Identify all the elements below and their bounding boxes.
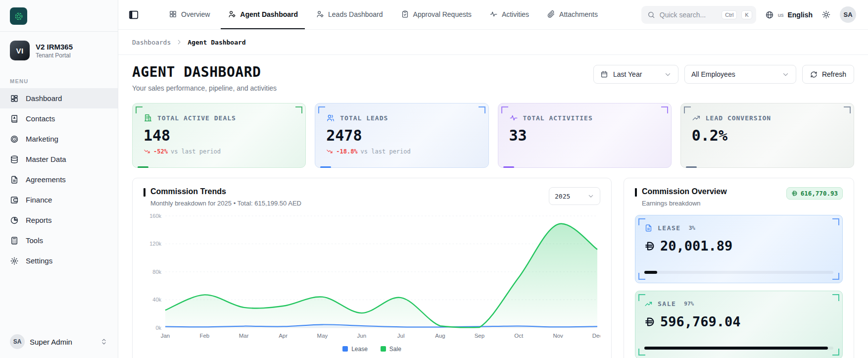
sidebar-item-dashboard[interactable]: Dashboard xyxy=(0,88,118,108)
overview-card-sale: SALE97%596,769.04 xyxy=(635,291,843,358)
period-select-value: Last Year xyxy=(613,70,642,78)
employees-select[interactable]: All Employees xyxy=(684,65,796,84)
kpi-head: LEAD CONVERSION xyxy=(692,113,843,122)
commission-total-badge: 616,770.93 xyxy=(786,187,843,200)
app-logo[interactable] xyxy=(10,7,27,25)
language-selector[interactable]: us English xyxy=(765,10,813,19)
period-select[interactable]: Last Year xyxy=(593,65,678,84)
tab-approval-requests[interactable]: Approval Requests xyxy=(394,0,479,29)
sidebar-item-label: Master Data xyxy=(26,155,66,163)
svg-text:Mar: Mar xyxy=(239,333,249,339)
corner-bracket xyxy=(638,294,645,301)
corner-bracket xyxy=(479,106,485,113)
logo-block xyxy=(0,0,118,31)
svg-text:160k: 160k xyxy=(149,213,161,219)
svg-text:Oct: Oct xyxy=(514,333,524,339)
topbar-right: Ctrl K us English SA xyxy=(641,6,856,24)
trending-up-icon xyxy=(644,300,653,308)
kpi-trend: -18.8%vs last period xyxy=(326,148,477,155)
header-avatar[interactable]: SA xyxy=(840,6,856,23)
tab-activities[interactable]: Activities xyxy=(482,0,536,29)
svg-text:Nov: Nov xyxy=(553,333,563,339)
app-root: VI V2 IRM365 Tenant Portal MENU Dashboar… xyxy=(0,0,868,358)
user-switcher[interactable]: SA Super Admin xyxy=(0,325,118,358)
refresh-icon xyxy=(810,71,818,78)
kpi-card-total-activities: TOTAL ACTIVITIES33 xyxy=(498,103,672,168)
commission-trends-chart: 0k40k80k120k160kJanFebMarAprMayJunJulAug… xyxy=(144,212,600,344)
theme-toggle-sun-icon[interactable] xyxy=(821,10,831,19)
progress-fill xyxy=(644,347,828,350)
svg-text:Dec: Dec xyxy=(592,333,600,339)
sidebar-item-label: Settings xyxy=(26,256,52,265)
kpi-card-total-leads: TOTAL LEADS2478-18.8%vs last period xyxy=(315,103,488,168)
tab-attachments[interactable]: Attachments xyxy=(540,0,605,29)
sidebar-item-settings[interactable]: Settings xyxy=(0,251,118,271)
sidebar-toggle-icon[interactable] xyxy=(128,9,139,20)
dashboard-tabs: OverviewAgent DashboardLeads DashboardAp… xyxy=(162,0,605,29)
contact-book-icon xyxy=(10,114,19,123)
refresh-button[interactable]: Refresh xyxy=(802,65,854,84)
legend-label: Lease xyxy=(351,346,368,353)
svg-text:Apr: Apr xyxy=(279,333,288,339)
tenant-subtitle: Tenant Portal xyxy=(36,52,73,59)
kpi-trend-percent: -52% xyxy=(153,148,168,155)
sidebar-item-label: Agreements xyxy=(26,175,66,184)
corner-bracket xyxy=(318,106,325,113)
kpi-row: TOTAL ACTIVE DEALS148-52%vs last periodT… xyxy=(132,103,854,168)
kpi-label: TOTAL ACTIVITIES xyxy=(523,114,593,122)
globe-icon xyxy=(765,10,774,19)
overview-card-percent: 3% xyxy=(689,225,695,231)
sidebar-item-agreements[interactable]: Agreements xyxy=(0,169,118,190)
kpi-head: TOTAL ACTIVE DEALS xyxy=(144,113,294,122)
year-select[interactable]: 2025 xyxy=(549,187,600,205)
corner-bracket xyxy=(832,273,839,280)
tab-label: Activities xyxy=(502,10,529,18)
overview-card-value: 596,769.04 xyxy=(644,314,833,329)
corner-bracket xyxy=(661,106,668,113)
sidebar-item-finance[interactable]: Finance xyxy=(0,190,118,210)
tab-leads-dashboard[interactable]: Leads Dashboard xyxy=(309,0,390,29)
legend-item-sale[interactable]: Sale xyxy=(381,346,401,353)
svg-text:120k: 120k xyxy=(149,241,161,247)
svg-text:Aug: Aug xyxy=(435,333,445,339)
kpi-label: LEAD CONVERSION xyxy=(706,114,771,122)
user-name: Super Admin xyxy=(30,338,72,346)
svg-text:0k: 0k xyxy=(155,325,161,331)
kpi-value: 33 xyxy=(509,127,660,144)
legend-label: Sale xyxy=(389,346,401,353)
breadcrumb: Dashboards Agent Dashboard xyxy=(118,30,868,55)
kbd-ctrl: Ctrl xyxy=(722,10,737,19)
trend-chart-svg: 0k40k80k120k160kJanFebMarAprMayJunJulAug… xyxy=(144,212,600,342)
overview-card-amount: 596,769.04 xyxy=(660,314,741,329)
kpi-head: TOTAL ACTIVITIES xyxy=(509,113,660,122)
activity-icon xyxy=(509,113,518,122)
corner-bracket xyxy=(832,218,839,225)
database-icon xyxy=(10,155,19,164)
kpi-trend: -52%vs last period xyxy=(144,148,294,155)
tenant-switcher[interactable]: VI V2 IRM365 Tenant Portal xyxy=(0,32,118,67)
corner-bracket xyxy=(501,106,508,113)
tab-overview[interactable]: Overview xyxy=(162,0,217,29)
sidebar-item-contacts[interactable]: Contacts xyxy=(0,108,118,129)
sidebar-item-tools[interactable]: Tools xyxy=(0,230,118,251)
page-header: AGENT DASHBOARD Your sales performance, … xyxy=(132,64,854,92)
corner-bracket xyxy=(684,106,691,113)
sidebar-item-reports[interactable]: Reports xyxy=(0,210,118,230)
tenant-badge: VI xyxy=(10,41,30,60)
sidebar-item-marketing[interactable]: Marketing xyxy=(0,129,118,149)
page-controls: Last Year All Employees Refresh xyxy=(593,65,854,84)
search-icon xyxy=(647,11,655,19)
kpi-head: TOTAL LEADS xyxy=(326,113,477,122)
legend-swatch xyxy=(342,346,348,352)
dirham-icon xyxy=(791,190,798,197)
breadcrumb-dashboards[interactable]: Dashboards xyxy=(132,39,171,46)
tab-label: Leads Dashboard xyxy=(328,10,383,18)
content: AGENT DASHBOARD Your sales performance, … xyxy=(118,55,868,358)
progress-fill xyxy=(644,271,657,274)
sidebar-item-master-data[interactable]: Master Data xyxy=(0,149,118,169)
search-input[interactable] xyxy=(660,11,718,19)
quick-search[interactable]: Ctrl K xyxy=(641,6,756,24)
tab-agent-dashboard[interactable]: Agent Dashboard xyxy=(221,0,305,29)
legend-item-lease[interactable]: Lease xyxy=(342,346,368,353)
commission-overview-list: LEASE3%20,001.89SALE97%596,769.04 xyxy=(635,215,843,358)
